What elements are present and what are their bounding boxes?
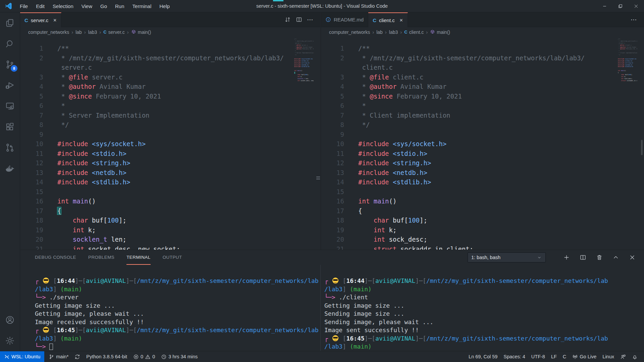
code-row: 20 socklen_t len;: [20, 235, 320, 244]
restore-button[interactable]: [612, 0, 628, 12]
status-language-mode[interactable]: C: [560, 351, 569, 362]
status-eol[interactable]: LF: [548, 351, 560, 362]
status-notifications[interactable]: [629, 351, 641, 362]
line-number: 18: [20, 216, 43, 225]
info-icon: [325, 17, 331, 22]
status-problems[interactable]: 00: [130, 351, 158, 362]
status-cursor-position[interactable]: Ln 69, Col 59: [466, 351, 500, 362]
panel-tab-debug-console[interactable]: DEBUG CONSOLE: [35, 250, 76, 265]
code-text: struct sockaddr_in client;: [344, 244, 473, 250]
breadcrumb-symbol[interactable]: main(): [430, 29, 450, 35]
split-editor-button[interactable]: [295, 16, 303, 24]
code-row: 8 */: [321, 120, 644, 130]
status-timer[interactable]: 3 hrs 34 mins: [158, 351, 201, 362]
breadcrumb-symbol[interactable]: main(): [131, 29, 151, 35]
breadcrumb-file[interactable]: Cserver.c: [103, 29, 124, 35]
breadcrumb-file[interactable]: Cclient.c: [404, 29, 424, 35]
status-remote[interactable]: WSL: Ubuntu: [0, 351, 44, 362]
code-text: [344, 130, 358, 139]
menu-file[interactable]: File: [16, 0, 32, 12]
status-branch[interactable]: main*: [46, 351, 71, 362]
split-panel-button[interactable]: [579, 254, 587, 261]
terminal-selector-dropdown[interactable]: 1: bash, bash: [468, 252, 546, 262]
activitybar-item-extensions[interactable]: [0, 116, 20, 137]
close-icon[interactable]: ✕: [399, 18, 403, 23]
terminal-line: /lab3] (main): [324, 343, 644, 351]
activitybar-item-account[interactable]: [0, 309, 20, 330]
code-editor[interactable]: 1/**2 * /mnt/z/my_git/sixth-semester/com…: [20, 37, 320, 250]
status-encoding[interactable]: UTF-8: [528, 351, 548, 362]
activitybar-item-explorer[interactable]: [0, 12, 20, 33]
menu-go[interactable]: Go: [96, 0, 111, 12]
line-number: 6: [20, 101, 43, 111]
more-actions-button[interactable]: ⋯: [630, 16, 638, 24]
tab-client.c[interactable]: Cclient.c✕: [368, 12, 408, 27]
close-panel-button[interactable]: [629, 254, 636, 261]
panel-tab-terminal[interactable]: TERMINAL: [126, 250, 150, 265]
minimize-button[interactable]: [597, 0, 612, 12]
status-python-version[interactable]: Python 3.8.5 64-bit: [83, 351, 130, 362]
code-text: *: [344, 101, 366, 111]
code-row: 17{: [20, 206, 320, 216]
code-text: #include <stdio.h>: [344, 149, 427, 159]
scrollbar-handle[interactable]: [316, 177, 320, 179]
more-actions-button[interactable]: ⋯: [306, 16, 314, 24]
kill-button[interactable]: [596, 254, 603, 261]
code-text: * Server Implementation: [43, 111, 150, 120]
status-indentation[interactable]: Spaces: 4: [500, 351, 528, 362]
code-text: #include <sys/socket.h>: [344, 139, 446, 149]
menu-terminal[interactable]: Terminal: [128, 0, 156, 12]
maximize-panel-button[interactable]: [612, 254, 620, 261]
minimize-icon: [602, 4, 607, 9]
menu-view[interactable]: View: [77, 0, 96, 12]
split-editor-icon: [296, 16, 302, 23]
close-window-button[interactable]: [628, 0, 644, 12]
activitybar-item-debug[interactable]: [0, 75, 20, 96]
scrollbar-thumb[interactable]: [641, 140, 643, 155]
code-text: * @author Avinal Kumar: [344, 82, 446, 92]
menu-help[interactable]: Help: [155, 0, 174, 12]
chevron-right-icon: ›: [400, 29, 402, 35]
tab-README.md[interactable]: README.md: [321, 12, 368, 27]
remote-icon: [5, 101, 15, 111]
status-os[interactable]: Linux: [599, 351, 617, 362]
code-editor[interactable]: 1/**2 * /mnt/z/my_git/sixth-semester/com…: [321, 37, 644, 250]
tab-bar: README.mdCclient.c✕ ⋯: [321, 12, 644, 27]
tab-server.c[interactable]: Cserver.c✕: [20, 12, 61, 27]
close-icon[interactable]: ✕: [53, 18, 57, 23]
activitybar-item-github-pr[interactable]: [0, 137, 20, 158]
status-go-live[interactable]: Go Live: [569, 351, 599, 362]
code-row: 18 char buf[100];: [20, 216, 320, 225]
code-row: 15: [321, 187, 644, 197]
add-button[interactable]: [563, 254, 570, 261]
breadcrumb-folder[interactable]: lab3: [88, 29, 97, 35]
code-row: 21 int socket_desc, new_socket;: [20, 244, 320, 250]
panel-tab-problems[interactable]: PROBLEMS: [88, 250, 114, 265]
terminal-left[interactable]: ┌ [16:44]─[avii@AVINAL]─[/mnt/z/my_git/s…: [20, 265, 320, 351]
status-sync[interactable]: [71, 351, 83, 362]
chevron-right-icon: ›: [385, 29, 387, 35]
status-feedback[interactable]: [617, 351, 629, 362]
activitybar-item-docker[interactable]: [0, 158, 20, 179]
activity-bar-bottom: [0, 309, 20, 351]
breadcrumb-folder[interactable]: computer_networks: [329, 29, 370, 35]
code-text: [43, 187, 57, 197]
menu-run[interactable]: Run: [111, 0, 128, 12]
clock-icon: [161, 354, 167, 360]
chevron-down-icon: [537, 255, 542, 260]
activitybar-item-search[interactable]: [0, 33, 20, 54]
menu-edit[interactable]: Edit: [32, 0, 49, 12]
terminal-right[interactable]: ┌ [16:44]─[avii@AVINAL]─[/mnt/z/my_git/s…: [320, 265, 644, 351]
activitybar-item-settings[interactable]: [0, 330, 20, 351]
activitybar-item-remote[interactable]: [0, 96, 20, 116]
code-text: int main(): [43, 196, 96, 206]
breadcrumb-folder[interactable]: computer_networks: [28, 29, 69, 35]
activitybar-item-source-control[interactable]: 8: [0, 54, 20, 75]
breadcrumb-folder[interactable]: lab: [75, 29, 82, 35]
code-text: char buf[100];: [344, 216, 427, 225]
menu-selection[interactable]: Selection: [49, 0, 77, 12]
panel-tab-output[interactable]: OUTPUT: [163, 250, 182, 265]
breadcrumb-folder[interactable]: lab: [376, 29, 383, 35]
breadcrumb-folder[interactable]: lab3: [389, 29, 398, 35]
open-changes-button[interactable]: [283, 16, 291, 24]
